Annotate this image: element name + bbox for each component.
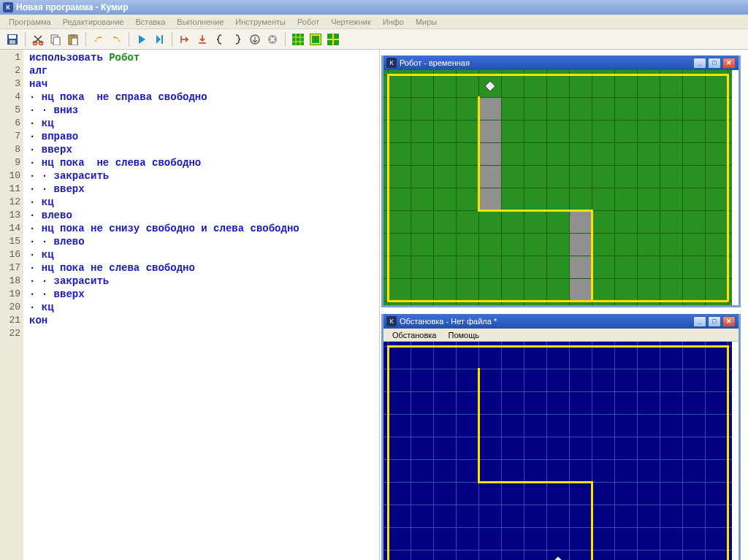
redo-icon[interactable] <box>108 31 124 47</box>
svg-marker-17 <box>485 81 495 91</box>
svg-marker-18 <box>553 556 563 561</box>
robot-titlebar[interactable]: К Робот - временная _ □ ✕ <box>383 55 739 70</box>
grid2-icon[interactable] <box>308 31 324 47</box>
line-gutter: 12345678910111213141516171819202122 <box>0 50 23 560</box>
close-icon[interactable]: ✕ <box>722 316 736 327</box>
close-icon[interactable]: ✕ <box>722 58 736 69</box>
save-icon[interactable] <box>4 31 20 47</box>
maximize-icon[interactable]: □ <box>708 58 721 69</box>
env-canvas[interactable] <box>383 342 732 560</box>
undo-icon[interactable] <box>91 31 107 47</box>
brace-close-icon[interactable] <box>229 31 245 47</box>
env-titlebar[interactable]: К Обстановка - Нет файла * _ □ ✕ <box>383 314 739 329</box>
svg-rect-8 <box>71 34 75 37</box>
environment-window: К Обстановка - Нет файла * _ □ ✕ Обстано… <box>381 314 741 560</box>
env-menubar: ОбстановкаПомощь <box>383 329 739 342</box>
svg-rect-13 <box>292 34 304 45</box>
copy-icon[interactable] <box>47 31 64 47</box>
right-panel: К Робот - временная _ □ ✕ К Обстановка -… <box>380 50 748 560</box>
robot-window: К Робот - временная _ □ ✕ <box>381 55 741 307</box>
menu-Вставка[interactable]: Вставка <box>129 18 171 26</box>
paste-icon[interactable] <box>65 31 81 47</box>
brace-open-icon[interactable] <box>212 31 228 47</box>
app-title: Новая программа - Кумир <box>16 2 129 12</box>
menu-Редактирование[interactable]: Редактирование <box>57 18 130 26</box>
step-over-icon[interactable] <box>194 31 210 47</box>
env-window-title: Обстановка - Нет файла * <box>400 317 693 326</box>
menu-Помощь[interactable]: Помощь <box>442 331 485 340</box>
step-into-icon[interactable] <box>177 31 193 47</box>
robot-marker <box>553 556 563 561</box>
step-out-icon[interactable] <box>247 31 263 47</box>
svg-rect-9 <box>72 38 77 45</box>
main-toolbar <box>0 29 748 50</box>
main-titlebar: К Новая программа - Кумир <box>0 0 748 15</box>
editor-panel: 12345678910111213141516171819202122 испо… <box>0 50 380 560</box>
menu-Миры[interactable]: Миры <box>410 18 443 26</box>
menu-Инструменты[interactable]: Инструменты <box>229 18 291 26</box>
maximize-icon[interactable]: □ <box>708 316 721 327</box>
grid1-icon[interactable] <box>290 31 306 47</box>
robot-window-title: Робот - временная <box>400 58 693 67</box>
robot-marker <box>485 81 495 91</box>
minimize-icon[interactable]: _ <box>693 58 706 69</box>
step-icon[interactable] <box>151 31 167 47</box>
menu-Обстановка[interactable]: Обстановка <box>386 331 442 340</box>
menu-Программа[interactable]: Программа <box>3 18 57 26</box>
minimize-icon[interactable]: _ <box>693 316 706 327</box>
code-area[interactable]: использовать Роботалгнач· нц пока не спр… <box>23 50 379 560</box>
svg-rect-6 <box>53 37 60 45</box>
svg-rect-2 <box>9 40 15 44</box>
grid3-icon[interactable] <box>325 31 341 47</box>
menu-Инфо[interactable]: Инфо <box>377 18 410 26</box>
main-menubar: ПрограммаРедактированиеВставкаВыполнение… <box>0 15 748 29</box>
cut-icon[interactable] <box>30 31 46 47</box>
svg-rect-1 <box>9 35 16 39</box>
run-icon[interactable] <box>134 31 150 47</box>
stop-icon[interactable] <box>264 31 280 47</box>
menu-Чертежник[interactable]: Чертежник <box>325 18 377 26</box>
robot-canvas[interactable] <box>383 70 732 305</box>
svg-rect-10 <box>161 35 163 44</box>
menu-Робот[interactable]: Робот <box>291 18 325 26</box>
robot-app-icon: К <box>386 58 397 68</box>
app-icon: К <box>3 2 13 12</box>
env-app-icon: К <box>386 316 397 326</box>
menu-Выполнение[interactable]: Выполнение <box>171 18 229 26</box>
